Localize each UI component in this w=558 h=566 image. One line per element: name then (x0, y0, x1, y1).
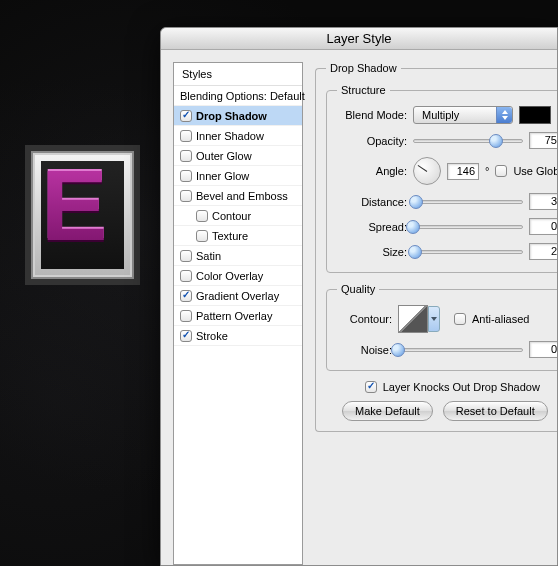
style-row-stroke[interactable]: Stroke (174, 326, 302, 346)
contour-row: Contour: Anti-aliased (337, 305, 558, 333)
spread-label: Spread: (337, 221, 407, 233)
style-row-pattern-overlay[interactable]: Pattern Overlay (174, 306, 302, 326)
style-row-outer-glow[interactable]: Outer Glow (174, 146, 302, 166)
style-label: Texture (212, 230, 248, 242)
knocks-out-row: Layer Knocks Out Drop Shadow (326, 381, 558, 393)
opacity-input[interactable]: 75 (529, 132, 558, 149)
structure-title: Structure (337, 84, 390, 96)
noise-label: Noise: (337, 344, 392, 356)
size-label: Size: (337, 246, 407, 258)
noise-input[interactable]: 0 (529, 341, 558, 358)
knocks-out-label: Layer Knocks Out Drop Shadow (383, 381, 540, 393)
structure-group: Structure Blend Mode: Multiply Opacity: (326, 84, 558, 273)
style-label: Pattern Overlay (196, 310, 272, 322)
style-label: Inner Shadow (196, 130, 264, 142)
settings-panel: Drop Shadow Structure Blend Mode: Multip… (315, 62, 558, 565)
distance-slider[interactable] (413, 195, 523, 209)
style-checkbox[interactable] (180, 170, 192, 182)
use-global-light-checkbox[interactable] (495, 165, 507, 177)
angle-unit: ° (485, 165, 489, 177)
style-row-contour[interactable]: Contour (174, 206, 302, 226)
angle-input[interactable]: 146 (447, 163, 479, 180)
blend-mode-dropdown[interactable]: Multiply (413, 106, 513, 124)
style-label: Outer Glow (196, 150, 252, 162)
style-row-gradient-overlay[interactable]: Gradient Overlay (174, 286, 302, 306)
style-row-texture[interactable]: Texture (174, 226, 302, 246)
style-checkbox[interactable] (196, 230, 208, 242)
distance-label: Distance: (337, 196, 407, 208)
style-checkbox[interactable] (180, 270, 192, 282)
make-default-button[interactable]: Make Default (342, 401, 433, 421)
style-row-blending-options-default[interactable]: Blending Options: Default (174, 86, 302, 106)
noise-slider[interactable] (398, 343, 523, 357)
style-label: Stroke (196, 330, 228, 342)
opacity-row: Opacity: 75 % (337, 132, 558, 149)
contour-picker[interactable] (398, 305, 428, 333)
styles-header: Styles (174, 63, 302, 86)
shadow-color-swatch[interactable] (519, 106, 551, 124)
quality-group: Quality Contour: Anti-aliased Noise: (326, 283, 558, 371)
spread-row: Spread: 0 % (337, 218, 558, 235)
dialog-content: Styles Blending Options: DefaultDrop Sha… (161, 50, 557, 565)
style-checkbox[interactable] (196, 210, 208, 222)
size-slider[interactable] (413, 245, 523, 259)
anti-aliased-label: Anti-aliased (472, 313, 529, 325)
angle-row: Angle: 146 ° Use Global (337, 157, 558, 185)
spread-slider[interactable] (413, 220, 523, 234)
style-label: Contour (212, 210, 251, 222)
size-input[interactable]: 2 (529, 243, 558, 260)
layer-style-dialog: Layer Style Styles Blending Options: Def… (160, 27, 558, 566)
style-row-inner-glow[interactable]: Inner Glow (174, 166, 302, 186)
quality-title: Quality (337, 283, 379, 295)
style-checkbox[interactable] (180, 150, 192, 162)
style-checkbox[interactable] (180, 130, 192, 142)
distance-input[interactable]: 3 (529, 193, 558, 210)
distance-row: Distance: 3 px (337, 193, 558, 210)
knocks-out-checkbox[interactable] (365, 381, 377, 393)
style-row-inner-shadow[interactable]: Inner Shadow (174, 126, 302, 146)
layer-preview: E (25, 145, 140, 285)
style-label: Bevel and Emboss (196, 190, 288, 202)
styles-list: Styles Blending Options: DefaultDrop Sha… (173, 62, 303, 565)
style-checkbox[interactable] (180, 310, 192, 322)
style-label: Drop Shadow (196, 110, 267, 122)
size-row: Size: 2 px (337, 243, 558, 260)
opacity-slider[interactable] (413, 134, 523, 148)
style-label: Color Overlay (196, 270, 263, 282)
contour-label: Contour: (337, 313, 392, 325)
opacity-label: Opacity: (337, 135, 407, 147)
style-checkbox[interactable] (180, 250, 192, 262)
use-global-light-label: Use Global (513, 165, 558, 177)
blend-mode-label: Blend Mode: (337, 109, 407, 121)
style-label: Inner Glow (196, 170, 249, 182)
style-checkbox[interactable] (180, 190, 192, 202)
style-row-bevel-and-emboss[interactable]: Bevel and Emboss (174, 186, 302, 206)
blend-mode-row: Blend Mode: Multiply (337, 106, 558, 124)
style-row-satin[interactable]: Satin (174, 246, 302, 266)
reset-default-button[interactable]: Reset to Default (443, 401, 548, 421)
default-buttons: Make Default Reset to Default (342, 401, 558, 421)
drop-shadow-group: Drop Shadow Structure Blend Mode: Multip… (315, 62, 558, 432)
style-checkbox[interactable] (180, 110, 192, 122)
style-label: Blending Options: Default (180, 90, 305, 102)
style-label: Satin (196, 250, 221, 262)
spread-input[interactable]: 0 (529, 218, 558, 235)
style-checkbox[interactable] (180, 330, 192, 342)
style-label: Gradient Overlay (196, 290, 279, 302)
preview-letter: E (35, 155, 130, 275)
style-row-drop-shadow[interactable]: Drop Shadow (174, 106, 302, 126)
blend-mode-value: Multiply (422, 109, 459, 121)
style-row-color-overlay[interactable]: Color Overlay (174, 266, 302, 286)
dialog-title: Layer Style (161, 28, 557, 50)
angle-label: Angle: (337, 165, 407, 177)
angle-dial[interactable] (413, 157, 441, 185)
panel-title: Drop Shadow (326, 62, 401, 74)
style-checkbox[interactable] (180, 290, 192, 302)
noise-row: Noise: 0 % (337, 341, 558, 358)
anti-aliased-checkbox[interactable] (454, 313, 466, 325)
